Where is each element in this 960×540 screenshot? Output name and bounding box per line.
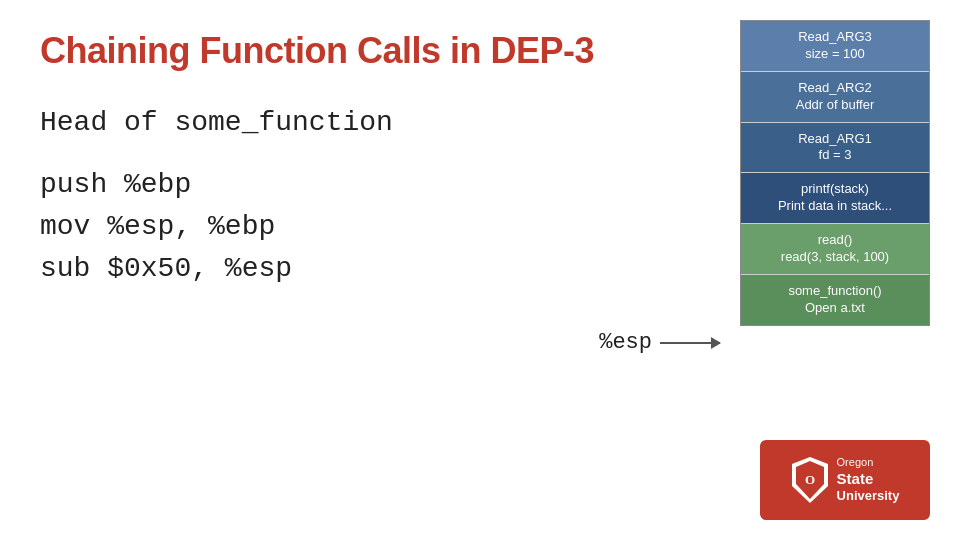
stack-item-printf-line1: printf(stack) <box>801 181 869 196</box>
osu-shield-icon: O <box>791 456 829 504</box>
stack-item-read-line2: read(3, stack, 100) <box>781 249 889 264</box>
stack-item-some-func-line2: Open a.txt <box>805 300 865 315</box>
stack-item-read: read() read(3, stack, 100) <box>741 224 929 275</box>
esp-arrow <box>660 342 720 344</box>
esp-label: %esp <box>599 330 720 355</box>
stack-panel: Read_ARG3 size = 100 Read_ARG2 Addr of b… <box>740 20 930 326</box>
stack-item-read-arg3-line2: size = 100 <box>805 46 865 61</box>
slide: Chaining Function Calls in DEP-3 Head of… <box>0 0 960 540</box>
stack-item-printf-line2: Print data in stack... <box>778 198 892 213</box>
osu-logo: O Oregon State University <box>760 440 930 520</box>
stack-item-some-func-line1: some_function() <box>788 283 881 298</box>
esp-text: %esp <box>599 330 652 355</box>
stack-item-read-arg1-line1: Read_ARG1 <box>798 131 872 146</box>
osu-oregon: Oregon <box>837 455 900 469</box>
stack-item-read-arg1-line2: fd = 3 <box>819 147 852 162</box>
osu-university: University <box>837 488 900 505</box>
stack-item-some-func: some_function() Open a.txt <box>741 275 929 325</box>
stack-item-read-arg2: Read_ARG2 Addr of buffer <box>741 72 929 123</box>
svg-text:O: O <box>805 472 815 487</box>
stack-item-printf: printf(stack) Print data in stack... <box>741 173 929 224</box>
stack-item-read-arg2-line1: Read_ARG2 <box>798 80 872 95</box>
stack-item-read-line1: read() <box>818 232 853 247</box>
stack-item-read-arg1: Read_ARG1 fd = 3 <box>741 123 929 174</box>
stack-item-read-arg2-line2: Addr of buffer <box>796 97 875 112</box>
osu-logo-inner: O Oregon State University <box>791 455 900 506</box>
osu-text-block: Oregon State University <box>837 455 900 506</box>
stack-item-read-arg3: Read_ARG3 size = 100 <box>741 21 929 72</box>
osu-state: State <box>837 469 900 489</box>
stack-item-read-arg3-line1: Read_ARG3 <box>798 29 872 44</box>
